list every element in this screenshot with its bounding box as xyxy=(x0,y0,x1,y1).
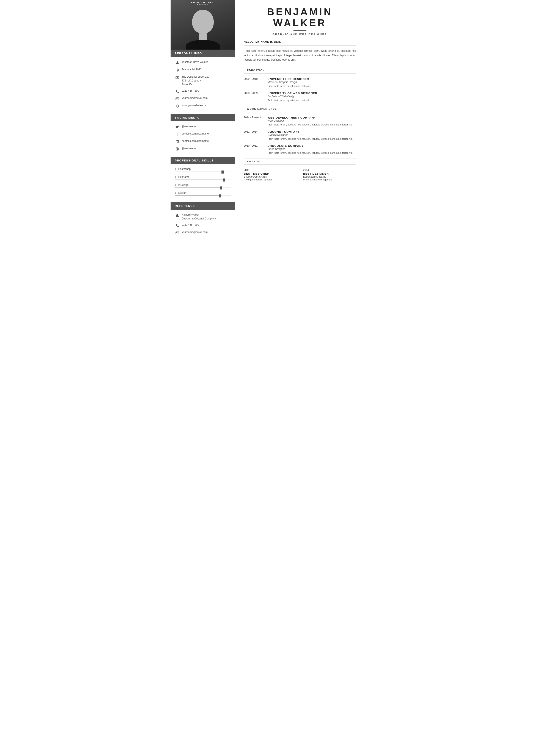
work-role-2: Graphic Designer xyxy=(268,133,356,136)
skill-bar-fill-sketch xyxy=(175,196,220,196)
work-company-3: CHOCOLATE COMPANY xyxy=(268,144,356,148)
face-shoulders xyxy=(186,40,220,50)
ref-phone: 0123 456 7890 xyxy=(182,223,199,227)
instagram-row: @username xyxy=(175,147,231,151)
phone-icon xyxy=(175,89,180,94)
work-role-3: Brand Drsigner xyxy=(268,148,356,150)
award-title-2: BEST DESIGNER xyxy=(303,172,356,175)
linkedin-icon xyxy=(175,139,180,144)
skill-name-photoshop: Photoshop xyxy=(178,168,191,171)
work-year-1: 2014 - Present xyxy=(244,116,263,126)
social-media-content: @username portfolio.com/username portfol… xyxy=(171,122,235,157)
skill-plus-icon-4: + xyxy=(175,191,177,195)
watermark-sub: PRESENT xyxy=(171,3,235,5)
award-event-1: Ecommerce Awards xyxy=(244,175,297,178)
work-content-2: COCONUT COMPANY Graphic Designer Proin j… xyxy=(268,130,356,141)
edu-desc-2: Proin justo lorem egestas nec metus in. xyxy=(268,98,356,102)
facebook-row: portfolio.com/username xyxy=(175,132,231,137)
work-heading: WORK EXPERIENCE xyxy=(247,108,353,110)
work-company-1: WEB DEVELOPMENT COMPANY xyxy=(268,116,356,119)
profile-photo-area: FREEDOWNLO DPSD PRESENT xyxy=(171,0,235,50)
linkedin-row: portfolio.com/username xyxy=(175,139,231,144)
skill-indesign: + InDesign xyxy=(175,183,231,188)
work-year-3: 2010 - 2011 xyxy=(244,144,263,155)
name-row: Jonathan Dave Walker xyxy=(175,60,231,65)
social-linkedin: portfolio.com/username xyxy=(182,139,209,143)
address-row: The Designer street 1stTXS UK.CountrySta… xyxy=(175,75,231,87)
svg-rect-8 xyxy=(177,77,178,78)
skill-bar-marker-photoshop xyxy=(221,171,224,174)
edu-year-2: 2008 - 2009 xyxy=(244,92,263,102)
skill-illustrator: + Illustrator xyxy=(175,175,231,180)
work-section-box: WORK EXPERIENCE xyxy=(244,106,356,112)
award-title-1: BEST DESIGNER xyxy=(244,172,297,175)
award-year-1: 2011 xyxy=(244,169,297,172)
ref-email-icon xyxy=(175,230,180,235)
education-entry-1: 2009 - 2010 UNIVERSITY OF DESIGNER Maste… xyxy=(244,77,356,88)
skill-bar-bg-sketch xyxy=(175,196,231,196)
education-entry-2: 2008 - 2009 UNIVERSITY OF WEB DESIGNER B… xyxy=(244,92,356,102)
work-year-2: 2011 - 2014 xyxy=(244,130,263,141)
skill-bar-bg-indesign xyxy=(175,188,231,188)
website-row: www.yourwebsite.com xyxy=(175,103,231,108)
personal-address: The Designer street 1stTXS UK.CountrySta… xyxy=(182,75,209,87)
address-icon xyxy=(175,75,180,80)
skill-bar-bg-illustrator xyxy=(175,179,231,180)
personal-name: Jonathan Dave Walker xyxy=(182,60,208,64)
name-divider xyxy=(294,30,306,31)
personal-info-heading: PERSONAL INFO xyxy=(171,50,235,57)
ref-email: yourname@email.com xyxy=(182,230,208,234)
work-desc-3: Proin justo lorem, egestas nec netus in,… xyxy=(268,151,356,155)
job-title: GRAPHIC AND WEB DESIGNER xyxy=(244,33,356,36)
award-desc-1: Proin justo lorem, egestas xyxy=(244,178,297,181)
award-2: 2014 BEST DESIGNER Ecommerce Awards Proi… xyxy=(303,169,356,181)
work-entry-3: 2010 - 2011 CHOCOLATE COMPANY Brand Drsi… xyxy=(244,144,356,155)
skill-bar-fill-illustrator xyxy=(175,179,224,180)
personal-info-content: Jonathan Dave Walker January 1st 1993 Th… xyxy=(171,57,235,114)
watermark-text: FREEDOWNLO DPSD xyxy=(171,1,235,3)
face-head xyxy=(192,10,214,33)
skill-name-illustrator: Illustrator xyxy=(178,176,189,178)
social-instagram: @username xyxy=(182,147,196,150)
skill-bar-bg-photoshop xyxy=(175,172,231,172)
twitter-icon xyxy=(175,124,180,129)
email-row: yourname@email.com xyxy=(175,96,231,101)
skill-name-sketch: Sketch xyxy=(178,191,186,195)
twitter-row: @username xyxy=(175,124,231,129)
main-content: BENJAMIN WALKER GRAPHIC AND WEB DESIGNER… xyxy=(235,0,365,274)
ref-name-row: Richard Walker Director at Coconut Compa… xyxy=(175,213,231,221)
work-company-2: COCONUT COMPANY xyxy=(268,130,356,133)
facebook-icon xyxy=(175,132,180,137)
work-role-1: Web-Designer xyxy=(268,119,356,122)
sidebar: FREEDOWNLO DPSD PRESENT PERSONAL INFO Jo… xyxy=(171,0,235,274)
awards-heading: AWARDS xyxy=(247,160,353,163)
instagram-icon xyxy=(175,147,180,151)
svg-point-6 xyxy=(177,69,178,70)
work-desc-2: Proin justo lorem, egestas nec netus in,… xyxy=(268,137,356,141)
skill-bar-fill-indesign xyxy=(175,188,221,188)
work-entry-2: 2011 - 2014 COCONUT COMPANY Graphic Desi… xyxy=(244,130,356,141)
ref-phone-row: 0123 456 7890 xyxy=(175,223,231,228)
full-name: BENJAMIN WALKER xyxy=(244,7,356,28)
ref-phone-icon xyxy=(175,223,180,228)
personal-phone: 0123 456 7890 xyxy=(182,89,199,93)
personal-email: yourname@email.com xyxy=(182,96,208,100)
social-facebook: portfolio.com/username xyxy=(182,132,209,136)
edu-school-1: UNIVERSITY OF DESIGNER xyxy=(268,77,356,81)
skill-name-indesign: InDesign xyxy=(178,183,188,186)
work-entry-1: 2014 - Present WEB DEVELOPMENT COMPANY W… xyxy=(244,116,356,126)
reference-heading: REFERENCE xyxy=(171,202,235,210)
face-silhouette xyxy=(188,5,218,44)
svg-rect-14 xyxy=(176,141,177,143)
intro-heading: HELLO. MY NAME IS BEN. xyxy=(244,40,356,43)
skills-content: + Photoshop + Illustrator + InDesign xyxy=(171,164,235,202)
face-neck xyxy=(199,33,207,40)
skill-photoshop: + Photoshop xyxy=(175,167,231,172)
awards-grid: 2011 BEST DESIGNER Ecommerce Awards Proi… xyxy=(244,169,356,181)
photo-placeholder xyxy=(171,0,235,50)
edu-degree-1: Master of Graphic Design xyxy=(268,81,356,84)
first-name: BENJAMIN xyxy=(267,6,332,17)
social-media-heading: SOCIAL MEDIA xyxy=(171,114,235,122)
work-content-3: CHOCOLATE COMPANY Brand Drsigner Proin j… xyxy=(268,144,356,155)
social-twitter: @username xyxy=(182,124,196,128)
